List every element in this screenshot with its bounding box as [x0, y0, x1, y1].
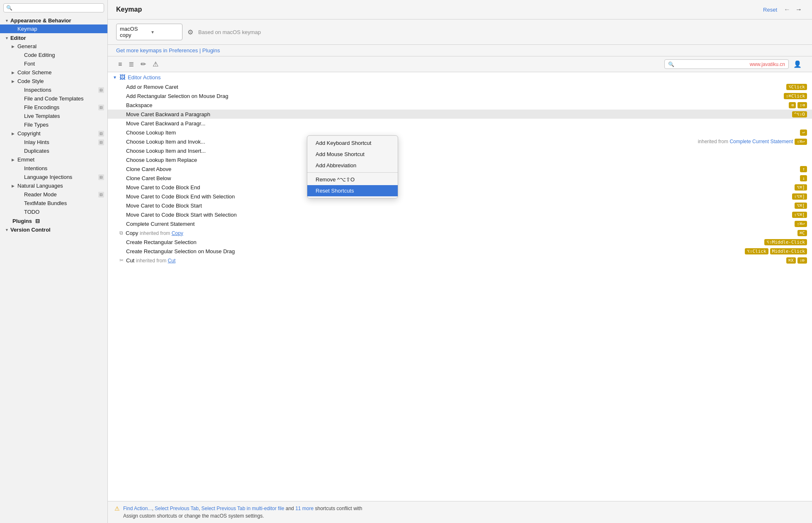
person-icon-button[interactable]: 👤 [791, 59, 804, 69]
context-menu: Add Keyboard Shortcut Add Mouse Shortcut… [307, 135, 398, 198]
edit-button[interactable]: ✏ [139, 59, 148, 69]
sidebar-item-file-encodings[interactable]: File Encodings ⊟ [0, 103, 107, 112]
table-row[interactable]: Backspace ⌫ ⇧⌫ [108, 100, 812, 110]
context-menu-item-reset-shortcuts[interactable]: Reset Shortcuts [307, 185, 398, 196]
table-row[interactable]: Choose Lookup Item and Insert... [108, 146, 812, 155]
settings-badge: ⊟ [98, 174, 104, 180]
sidebar-item-general[interactable]: ▶ General [0, 42, 107, 51]
sidebar-item-reader-mode[interactable]: Reader Mode ⊟ [0, 190, 107, 199]
table-row[interactable]: Add Rectangular Selection on Mouse Drag … [108, 91, 812, 100]
copy-icon: ⧉ [119, 230, 123, 236]
sidebar-item-live-templates[interactable]: Live Templates [0, 112, 107, 120]
get-more-keymaps-link[interactable]: Get more keymaps in Preferences | Plugin… [116, 47, 220, 54]
sidebar-item-plugins[interactable]: Plugins ⊟ [0, 216, 107, 225]
action-name: Move Caret Backward a Paragr... [126, 120, 807, 127]
sidebar-item-label: Inspections [24, 87, 97, 93]
reset-button[interactable]: Reset [763, 7, 777, 13]
action-name: Move Caret to Code Block Start [126, 203, 793, 209]
sidebar-item-file-code-templates[interactable]: File and Code Templates [0, 94, 107, 103]
table-row[interactable]: Create Rectangular Selection ⌥⇧Middle-Cl… [108, 237, 812, 247]
collapse-all-button[interactable]: ≣ [126, 59, 136, 69]
sidebar-search-input[interactable] [14, 5, 101, 11]
sidebar-item-version-control[interactable]: ▼ Version Control [0, 225, 107, 234]
table-row[interactable]: Clone Caret Above ↑ [108, 164, 812, 174]
app-window: 🔍 ▼ Appearance & Behavior Keymap ▼ Edito… [0, 0, 812, 523]
shortcut-badge: ⇧⌘↩ [795, 139, 807, 145]
sidebar-item-keymap[interactable]: Keymap [0, 24, 107, 33]
inherited-link[interactable]: Cut [168, 258, 176, 264]
settings-badge: ⊟ [98, 192, 104, 198]
chevron-right-icon: ▶ [12, 71, 16, 75]
gear-button[interactable]: ⚙ [187, 27, 194, 37]
shortcut-badge: ⇧⌘Click [784, 93, 807, 99]
expand-all-button[interactable]: ≡ [116, 59, 124, 69]
table-row[interactable]: Choose Lookup Item and Invok... inherite… [108, 137, 812, 146]
get-more-row: Get more keymaps in Preferences | Plugin… [108, 45, 812, 56]
forward-arrow[interactable]: → [794, 5, 804, 14]
sidebar-item-appearance-behavior[interactable]: ▼ Appearance & Behavior [0, 16, 107, 24]
context-menu-item-add-keyboard-shortcut[interactable]: Add Keyboard Shortcut [307, 137, 398, 149]
table-row[interactable]: Move Caret to Code Block End with Select… [108, 192, 812, 201]
sidebar-item-editor[interactable]: ▼ Editor [0, 33, 107, 42]
table-row[interactable]: Complete Current Statement ⇧⌘↩ [108, 219, 812, 228]
sidebar-item-todo[interactable]: TODO [0, 208, 107, 216]
context-menu-item-add-mouse-shortcut[interactable]: Add Mouse Shortcut [307, 149, 398, 160]
sidebar-item-natural-languages[interactable]: ▶ Natural Languages [0, 181, 107, 190]
context-menu-item-remove[interactable]: Remove ^⌥⇧O [307, 174, 398, 185]
sidebar-item-language-injections[interactable]: Language Injections ⊟ [0, 173, 107, 181]
table-row[interactable]: Choose Lookup Item Replace [108, 155, 812, 164]
sidebar-item-duplicates[interactable]: Duplicates [0, 147, 107, 155]
context-menu-item-add-abbreviation[interactable]: Add Abbreviation [307, 160, 398, 171]
shortcut-badge: ⌥Click [786, 84, 807, 90]
action-name: Clone Caret Above [126, 166, 798, 172]
shortcut-badge: ⌥⌘] [795, 184, 807, 191]
sidebar-item-label: TODO [24, 209, 104, 215]
table-row[interactable]: ✂ Cut inherited from Cut ⌘X ⇧⌦ [108, 256, 812, 265]
table-row[interactable]: Move Caret to Code Block Start with Sele… [108, 210, 812, 219]
inherited-link[interactable]: Copy [172, 230, 183, 236]
table-row[interactable]: Choose Lookup Item ↩ [108, 128, 812, 137]
table-row[interactable]: Clone Caret Below ↓ [108, 174, 812, 183]
action-name: Choose Lookup Item Replace [126, 157, 807, 163]
sidebar-item-intentions[interactable]: Intentions [0, 164, 107, 173]
more-conflicts-link[interactable]: 11 more [295, 506, 314, 511]
table-row[interactable]: ⧉ Copy inherited from Copy ⌘C [108, 228, 812, 237]
sidebar-search-box[interactable]: 🔍 [3, 3, 104, 12]
table-row[interactable]: Add or Remove Caret ⌥Click [108, 82, 812, 91]
table-row[interactable]: Move Caret to Code Block Start ⌥⌘[ [108, 201, 812, 210]
sidebar-item-inspections[interactable]: Inspections ⊟ [0, 86, 107, 94]
shortcut-badge-2: ⇧⌦ [797, 257, 807, 264]
table-row[interactable]: Move Caret to Code Block End ⌥⌘] [108, 183, 812, 192]
back-arrow[interactable]: ← [782, 5, 792, 14]
editor-actions-group[interactable]: ▼ 🖼 Editor Actions [108, 72, 812, 82]
table-row[interactable]: Create Rectangular Selection on Mouse Dr… [108, 247, 812, 256]
sidebar-item-color-scheme[interactable]: ▶ Color Scheme [0, 68, 107, 77]
sidebar-item-emmet[interactable]: ▶ Emmet [0, 155, 107, 164]
table-row[interactable]: Move Caret Backward a Paragr... [108, 119, 812, 128]
shortcut-badge: ^⌥⇧O [792, 111, 807, 117]
chevron-down-icon: ▼ [5, 19, 9, 23]
sidebar-item-file-types[interactable]: File Types [0, 120, 107, 129]
sidebar-item-label: Inlay Hints [24, 139, 97, 145]
sidebar-item-copyright[interactable]: ▶ Copyright ⊟ [0, 129, 107, 138]
inherited-link[interactable]: Complete Current Statement [729, 139, 793, 144]
toolbar-search-box[interactable]: 🔍 www.javatiku.cn [664, 59, 789, 69]
warning-filter-button[interactable]: ⚠ [151, 59, 160, 69]
sidebar-item-font[interactable]: Font [0, 59, 107, 68]
select-previous-tab-link[interactable]: Select Previous Tab [155, 506, 199, 511]
sidebar-item-label: Appearance & Behavior [10, 17, 71, 24]
keymap-dropdown[interactable]: macOS copy ▼ [116, 24, 182, 40]
table-row[interactable]: Move Caret Backward a Paragraph ^⌥⇧O [108, 110, 812, 119]
sidebar-item-inlay-hints[interactable]: Inlay Hints ⊟ [0, 138, 107, 147]
sidebar-item-label: Duplicates [24, 148, 104, 154]
shortcut-badge: ⌥⇧Middle-Click [764, 239, 807, 245]
select-previous-tab-multi-link[interactable]: Select Previous Tab in multi-editor file [202, 506, 284, 511]
sidebar-item-code-style[interactable]: ▶ Code Style [0, 77, 107, 86]
toolbar-search-input[interactable] [676, 61, 745, 67]
sidebar-item-code-editing[interactable]: Code Editing [0, 51, 107, 59]
warning-icon: ⚠ [114, 505, 120, 512]
action-name: Add or Remove Caret [126, 84, 785, 90]
content-header: Keymap Reset ← → [108, 0, 812, 20]
find-action-link[interactable]: Find Action... [123, 506, 152, 511]
sidebar-item-textmate-bundles[interactable]: TextMate Bundles [0, 199, 107, 208]
